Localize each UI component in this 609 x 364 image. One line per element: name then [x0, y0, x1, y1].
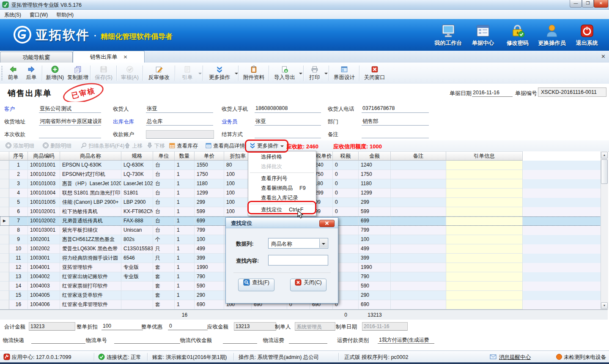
toolbar-button-引单[interactable]: 引单 — [177, 64, 198, 82]
column-header-规格[interactable]: 规格 — [121, 151, 153, 161]
dropdown-caret-icon[interactable] — [299, 73, 302, 74]
menu-item-选择价格[interactable]: 选择价格 — [248, 152, 316, 162]
footer-value-应收金额[interactable]: 13213 — [234, 322, 276, 331]
field-label-出库仓库[interactable]: 出库仓库 — [113, 118, 134, 126]
field-label-收货人: 收货人 — [113, 106, 129, 113]
status-message-center-link[interactable]: 消息提醒中心 — [499, 354, 531, 361]
field-label-业务员[interactable]: 业务员 — [222, 118, 238, 126]
dropdown-caret-icon[interactable] — [235, 73, 238, 74]
field-value-本次收款[interactable] — [39, 130, 101, 138]
footer-value-物流快递[interactable] — [31, 336, 85, 344]
toolbar-button-打印[interactable]: 打印 — [305, 64, 324, 82]
detail-action-查看商品详情[interactable]: 查看商品详情 — [205, 142, 245, 150]
brand-slogan: 精细化管理软件倡导者 — [101, 32, 173, 41]
maximize-button[interactable]: ❐ — [582, 0, 594, 8]
table-cell — [446, 272, 523, 282]
footer-value-合计金额[interactable]: 13213 — [29, 322, 75, 331]
footer-value-运费付款类别[interactable]: 1我方付运费(生成运费 — [378, 336, 434, 344]
column-header-序号[interactable]: 序号 — [9, 151, 28, 161]
field-value-备注[interactable] — [362, 130, 429, 138]
combo-dropdown-icon[interactable] — [319, 239, 327, 248]
footer-value-物流运费[interactable] — [289, 336, 327, 344]
tab-1[interactable]: 销售出库单✕ — [73, 51, 145, 63]
table-cell — [391, 235, 446, 244]
field-value-收款账户[interactable] — [146, 130, 214, 139]
menu-item-查看捆绑商品[interactable]: 查看捆绑商品F9 — [248, 183, 316, 193]
column-header-备注[interactable]: 备注 — [391, 151, 446, 161]
footer-label-合计金额: 合计金额 — [4, 323, 25, 331]
menubar-item-2[interactable]: 帮助(H) — [52, 10, 78, 19]
detail-action-更多操作[interactable]: 更多操作 — [249, 142, 284, 150]
field-value-部门[interactable]: 销售部 — [362, 118, 429, 126]
toolbar-button-前单[interactable]: 前单 — [4, 64, 22, 82]
find-button[interactable]: 查找(F) — [238, 279, 274, 291]
close-button[interactable]: ✕ — [594, 0, 608, 8]
toolbar-button-审核(A)[interactable]: 审核(A) — [118, 64, 141, 82]
column-header-商品编码[interactable]: 商品编码 — [28, 151, 60, 161]
data-column-select[interactable]: 商品名称 — [268, 238, 328, 249]
field-value-结算方式[interactable] — [255, 130, 321, 138]
detail-action-查看库存[interactable]: 查看库存 — [169, 142, 198, 150]
toolbar-button-后单[interactable]: 后单 — [22, 64, 40, 82]
toolbar-button-反审修改[interactable]: 反审修改 — [145, 64, 173, 82]
menu-item-label: 查找定位 — [261, 205, 282, 215]
dropdown-caret-icon[interactable] — [280, 145, 284, 147]
dialog-title-bar[interactable]: 查找定位 — [226, 218, 338, 228]
field-value-出库仓库[interactable]: 总仓库 — [146, 118, 213, 126]
field-label-客户[interactable]: 客户 — [4, 106, 15, 113]
scrollbar-thumb[interactable] — [601, 159, 608, 184]
menubar-item-0[interactable]: 系统(S) — [0, 10, 25, 19]
field-value-客户[interactable]: 亚拓公司测试 — [39, 105, 101, 113]
column-header-数量[interactable]: 数量 — [175, 151, 195, 161]
field-value-收货人电话[interactable]: 03716678678 — [362, 105, 429, 113]
toolbar-button-界面设计[interactable]: 界面设计 — [331, 64, 358, 82]
dropdown-caret-icon[interactable] — [324, 73, 328, 74]
menubar-item-1[interactable]: 窗口(W) — [25, 10, 52, 19]
column-header-单价[interactable]: 单价 — [195, 151, 224, 161]
column-header-商品名称[interactable]: 商品名称 — [60, 151, 121, 161]
footer-value-物流代收金额[interactable] — [223, 336, 257, 344]
dialog-close-icon[interactable] — [319, 220, 335, 227]
footer-value-物流单号[interactable] — [114, 336, 180, 344]
vertical-scrollbar[interactable]: ▲ ▼ — [601, 151, 608, 309]
pull-doc-icon — [184, 66, 191, 73]
search-content-input[interactable] — [268, 255, 328, 265]
toolbar-button-保存(S)[interactable]: 保存(S) — [92, 64, 115, 82]
toolbar-button-关闭窗口[interactable]: 关闭窗口 — [361, 64, 388, 82]
menu-item-查找定位[interactable]: 查找定位Ctrl+F — [248, 205, 316, 215]
menu-item-查看出入库记录[interactable]: 查看出入库记录 — [248, 193, 316, 203]
table-cell: 11 — [9, 254, 28, 263]
dropdown-caret-icon[interactable] — [198, 73, 202, 74]
toolbar-button-复制新增[interactable]: 复制新增 — [67, 64, 89, 82]
tab-0[interactable]: 功能导航窗 — [0, 52, 73, 63]
field-value-业务员[interactable]: 张亚 — [255, 118, 321, 126]
column-header-单位[interactable]: 单位 — [153, 151, 175, 161]
table-cell: 1299 — [195, 189, 224, 198]
column-header-税额[interactable]: 税额 — [333, 151, 359, 161]
footer-value-整单折扣[interactable]: 100 — [102, 322, 143, 330]
footer-value-整单优惠[interactable]: 0 — [168, 322, 208, 330]
scroll-up-icon[interactable]: ▲ — [601, 152, 608, 159]
minimize-button[interactable]: — — [570, 0, 582, 8]
toolbar-button-附件资料[interactable]: 附件资料 — [240, 64, 267, 82]
field-value-收货地址[interactable]: 河南省郑州市中原区建设路口 — [39, 118, 101, 126]
tab-close-icon[interactable]: ✕ — [123, 51, 127, 63]
detail-action-label: 删除明细 — [50, 143, 71, 149]
toolbar-button-新增(N)[interactable]: 新增(N) — [44, 64, 66, 82]
status-operator: 操作员: 系统管理员(admin) 总公司 — [239, 354, 319, 361]
table-cell: 699 — [359, 216, 391, 226]
table-cell — [391, 291, 446, 300]
scroll-down-icon[interactable]: ▼ — [601, 302, 608, 309]
toolbar-button-更多操作[interactable]: 更多操作 — [205, 64, 234, 82]
column-header-金额[interactable]: 金额 — [359, 151, 391, 161]
table-cell: 得力经典防滑握手设计圆 — [60, 254, 121, 263]
toolbar-button-导入导出[interactable]: 导入导出 — [271, 64, 299, 82]
close-dialog-button[interactable]: 关闭(C) — [290, 279, 326, 291]
table-cell — [391, 226, 446, 235]
field-value-收货人[interactable]: 张亚 — [146, 105, 213, 113]
doc-date-value[interactable]: 2016-11-16 — [472, 89, 513, 97]
menu-item-查看序列号[interactable]: 查看序列号 — [248, 174, 316, 183]
column-header-引单信息[interactable]: 引单信息 — [446, 151, 523, 161]
field-value-收货人手机[interactable]: 18608080808 — [255, 105, 321, 113]
tabbar-close-icon[interactable]: ✕ — [601, 53, 606, 60]
